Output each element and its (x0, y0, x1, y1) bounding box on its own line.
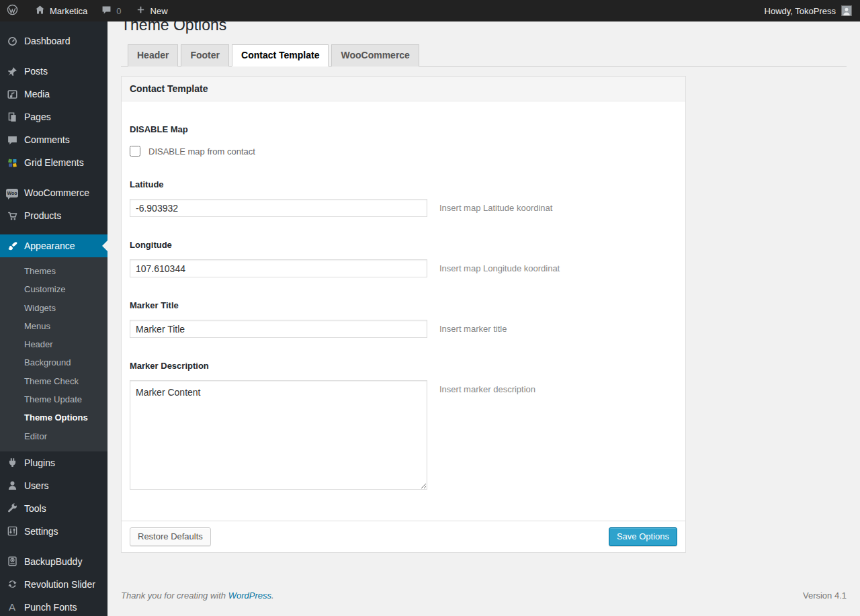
contact-template-panel: Contact Template DISABLE Map DISABLE map… (121, 76, 686, 553)
sidebar-item-woocommerce[interactable]: Woo WooCommerce (0, 181, 108, 204)
latitude-label: Latitude (130, 179, 677, 189)
settings-sliders-icon (5, 525, 19, 538)
disable-map-label: DISABLE Map (130, 124, 677, 134)
marker-title-help: Insert marker title (439, 320, 507, 334)
admin-bar: Marketica 0 New Howdy, TokoPress (0, 0, 860, 21)
sidebar-item-label: Products (24, 210, 61, 221)
plug-icon (5, 456, 19, 470)
submenu-item-editor[interactable]: Editor (0, 427, 108, 445)
cart-icon (5, 209, 19, 222)
sidebar-item-label: Dashboard (24, 36, 71, 46)
sidebar-item-label: Appearance (24, 240, 75, 251)
disable-map-checkbox[interactable] (130, 146, 140, 157)
tab-header[interactable]: Header (128, 44, 178, 67)
submenu-item-theme-options[interactable]: Theme Options (0, 408, 108, 427)
letter-a-icon: A (5, 601, 19, 614)
sidebar-item-pages[interactable]: Pages (0, 105, 108, 128)
sidebar-item-posts[interactable]: Posts (0, 60, 108, 83)
pushpin-icon (5, 64, 19, 78)
sidebar-item-label: BackupBuddy (24, 556, 82, 567)
sidebar-item-label: Pages (24, 112, 51, 122)
latitude-input[interactable] (130, 199, 427, 217)
account-menu[interactable]: Howdy, TokoPress (757, 0, 860, 21)
submenu-item-customize[interactable]: Customize (0, 280, 108, 298)
tab-contact-template[interactable]: Contact Template (232, 44, 329, 67)
user-icon (5, 479, 19, 492)
sidebar-item-label: Tools (24, 503, 46, 514)
latitude-help: Insert map Latitude koordinat (439, 199, 552, 213)
disable-map-checkbox-label[interactable]: DISABLE map from contact (148, 146, 255, 157)
submenu-item-header[interactable]: Header (0, 335, 108, 353)
wrench-icon (5, 502, 19, 515)
tab-footer[interactable]: Footer (181, 44, 229, 67)
longitude-input[interactable] (130, 259, 427, 277)
sidebar-item-media[interactable]: Media (0, 83, 108, 105)
sidebar-item-label: Posts (24, 66, 48, 77)
sidebar-item-backupbuddy[interactable]: BackupBuddy (0, 550, 108, 573)
longitude-help: Insert map Longitude koordinat (439, 259, 560, 273)
panel-title: Contact Template (122, 77, 685, 101)
site-name-link[interactable]: Marketica (28, 0, 94, 21)
home-icon (34, 4, 46, 17)
dashboard-icon (5, 34, 19, 48)
wordpress-link[interactable]: WordPress (228, 590, 271, 601)
longitude-label: Longitude (130, 240, 677, 250)
appearance-submenu: Themes Customize Widgets Menus Header Ba… (0, 257, 108, 451)
new-label: New (150, 6, 168, 16)
sidebar-item-plugins[interactable]: Plugins (0, 451, 108, 474)
comment-bubble-icon (5, 133, 19, 146)
footer-thanks-prefix: Thank you for creating with (121, 590, 228, 601)
sidebar-item-tools[interactable]: Tools (0, 497, 108, 520)
save-options-button[interactable]: Save Options (609, 527, 677, 546)
sidebar-item-label: Settings (24, 526, 58, 537)
restore-defaults-button[interactable]: Restore Defaults (130, 527, 211, 546)
new-content-menu[interactable]: New (128, 0, 175, 21)
marker-description-textarea[interactable]: Marker Content (130, 380, 427, 490)
sidebar-item-revolution-slider[interactable]: Revolution Slider (0, 573, 108, 596)
sidebar-item-settings[interactable]: Settings (0, 520, 108, 543)
sidebar-item-appearance[interactable]: Appearance (0, 234, 108, 257)
footer-thanks-suffix: . (271, 590, 274, 601)
submenu-item-menus[interactable]: Menus (0, 317, 108, 335)
backup-drive-icon (5, 555, 19, 568)
comments-shortcut[interactable]: 0 (94, 0, 128, 21)
sidebar-item-punch-fonts[interactable]: A Punch Fonts (0, 596, 108, 616)
wordpress-logo-icon (7, 4, 18, 17)
submenu-item-themes[interactable]: Themes (0, 262, 108, 280)
sidebar-item-users[interactable]: Users (0, 474, 108, 497)
sidebar-item-label: Users (24, 480, 49, 491)
wordpress-menu[interactable] (0, 0, 25, 21)
submenu-item-theme-check[interactable]: Theme Check (0, 372, 108, 390)
sidebar-item-label: WooCommerce (24, 187, 89, 198)
sidebar-item-dashboard[interactable]: Dashboard (0, 30, 108, 52)
submenu-item-widgets[interactable]: Widgets (0, 299, 108, 317)
sidebar-item-grid-elements[interactable]: Grid Elements (0, 151, 108, 174)
marker-description-label: Marker Description (130, 361, 677, 371)
woocommerce-badge-icon: Woo (5, 186, 19, 200)
grid-elements-icon (5, 156, 19, 169)
sidebar-item-label: Comments (24, 134, 70, 145)
sidebar-item-label: Media (24, 89, 50, 99)
sidebar-item-label: Revolution Slider (24, 579, 95, 590)
footer-version: Version 4.1 (803, 590, 847, 601)
marker-title-input[interactable] (130, 320, 427, 338)
refresh-arrows-icon (5, 578, 19, 591)
marker-description-help: Insert marker description (439, 380, 535, 394)
page-footer: Thank you for creating with WordPress. V… (121, 590, 847, 609)
pages-icon (5, 110, 19, 124)
panel-body: DISABLE Map DISABLE map from contact Lat… (122, 101, 685, 521)
tab-woocommerce[interactable]: WooCommerce (331, 44, 419, 67)
sidebar-item-label: Plugins (24, 457, 55, 468)
sidebar-item-label: Grid Elements (24, 157, 84, 168)
sidebar-item-products[interactable]: Products (0, 204, 108, 227)
paintbrush-icon (5, 239, 19, 253)
sidebar-item-label: Punch Fonts (24, 602, 77, 613)
submenu-item-theme-update[interactable]: Theme Update (0, 390, 108, 408)
footer-thanks-text: Thank you for creating with WordPress. (121, 590, 274, 601)
comments-bubble-icon (101, 4, 112, 17)
submenu-item-background[interactable]: Background (0, 353, 108, 371)
site-name-label: Marketica (50, 6, 87, 16)
avatar (841, 5, 852, 16)
comments-count: 0 (116, 6, 121, 16)
sidebar-item-comments[interactable]: Comments (0, 128, 108, 151)
